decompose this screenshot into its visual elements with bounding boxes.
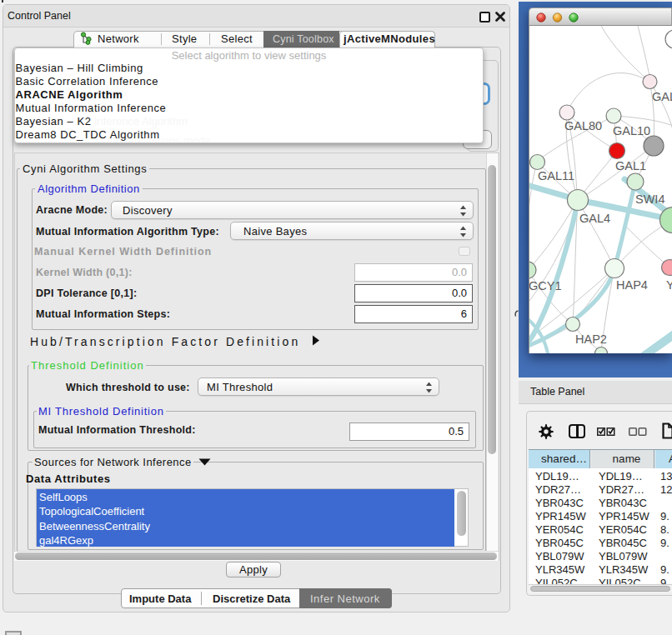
svg-text:GAL1: GAL1 [615,159,646,172]
svg-text:GAL4: GAL4 [579,212,610,225]
svg-text:GAL11: GAL11 [538,169,574,182]
svg-text:GAL7: GAL7 [652,90,672,103]
svg-text:GAL10: GAL10 [613,124,650,138]
svg-text:GCY1: GCY1 [529,279,562,292]
svg-text:YM: YM [666,278,672,292]
svg-text:SWI4: SWI4 [635,192,664,206]
svg-text:HAP4: HAP4 [616,278,648,292]
svg-text:HAP2: HAP2 [575,332,607,346]
svg-text:GAL80: GAL80 [564,119,602,132]
